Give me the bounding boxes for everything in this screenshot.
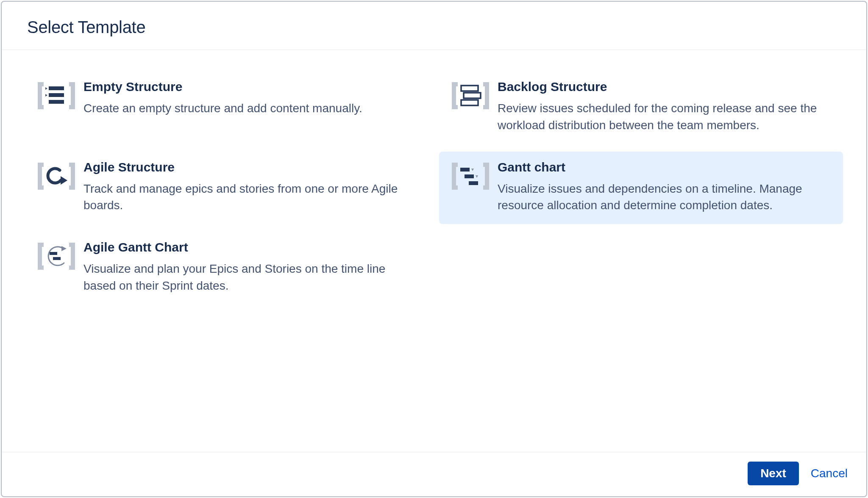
templates-grid: Empty Structure Create an empty structur… [25,71,843,304]
template-description: Visualize and plan your Epics and Storie… [83,260,406,294]
template-agile-gantt-chart[interactable]: Agile Gantt Chart Visualize and plan you… [25,232,429,304]
template-description: Visualize issues and dependencies on a t… [498,180,820,214]
svg-rect-0 [49,86,64,90]
dialog-footer: Next Cancel [2,452,866,496]
backlog-structure-icon [449,79,496,115]
svg-marker-4 [45,94,47,97]
agile-gantt-chart-icon [35,239,82,276]
next-button[interactable]: Next [748,462,799,485]
svg-marker-14 [61,246,67,251]
svg-rect-6 [464,93,481,98]
template-description: Review issues scheduled for the coming r… [498,100,820,134]
cancel-button[interactable]: Cancel [811,467,848,480]
svg-marker-3 [45,87,47,90]
template-empty-structure[interactable]: Empty Structure Create an empty structur… [25,71,429,127]
svg-marker-8 [61,176,67,185]
dialog-body: Empty Structure Create an empty structur… [2,50,866,452]
template-agile-structure[interactable]: Agile Structure Track and manage epics a… [25,152,429,224]
template-description: Track and manage epics and stories from … [83,180,406,214]
template-title: Agile Gantt Chart [83,240,406,255]
svg-rect-7 [461,100,478,105]
svg-rect-15 [50,252,57,255]
svg-marker-13 [476,175,478,178]
template-backlog-structure[interactable]: Backlog Structure Review issues schedule… [439,71,843,144]
svg-rect-9 [460,168,470,172]
svg-rect-1 [49,93,64,97]
svg-rect-5 [461,86,478,91]
template-title: Gantt chart [498,160,820,174]
template-title: Backlog Structure [498,80,820,94]
svg-rect-16 [53,257,61,260]
dialog-header: Select Template [2,2,866,50]
template-title: Agile Structure [83,160,406,174]
template-description: Create an empty structure and add conten… [83,100,362,117]
select-template-dialog: Select Template [1,1,867,497]
gantt-chart-icon [449,159,496,196]
empty-structure-icon [35,79,82,115]
svg-rect-11 [469,181,478,185]
dialog-title: Select Template [27,18,841,37]
template-gantt-chart[interactable]: Gantt chart Visualize issues and depende… [439,152,843,224]
agile-structure-icon [35,159,82,196]
template-title: Empty Structure [83,80,362,94]
svg-rect-10 [465,174,474,178]
svg-rect-2 [49,100,64,104]
svg-marker-12 [471,169,474,171]
